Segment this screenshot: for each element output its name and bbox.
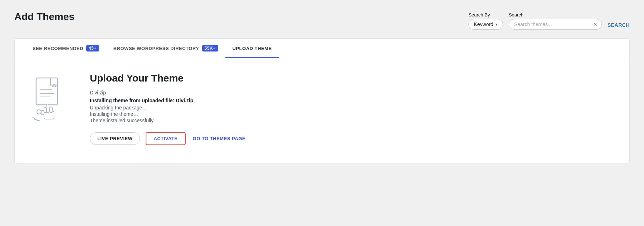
tab-upload-theme-label: UPLOAD THEME: [233, 46, 272, 51]
upload-illustration-svg: [29, 76, 68, 123]
page-wrapper: Add Themes Search By Keyword ▾ Search ✕ …: [0, 0, 644, 226]
search-area: Search By Keyword ▾ Search ✕ SEARCH: [468, 11, 630, 30]
tab-browse-wordpress[interactable]: BROWSE WORDPRESS DIRECTORY 55K+: [106, 39, 225, 58]
search-button[interactable]: SEARCH: [608, 14, 630, 28]
search-input[interactable]: [509, 19, 602, 30]
tab-upload-theme[interactable]: UPLOAD THEME: [225, 39, 279, 58]
svg-rect-9: [44, 108, 47, 113]
clear-icon[interactable]: ✕: [593, 21, 597, 27]
tab-see-recommended-badge: 45+: [86, 45, 99, 51]
upload-illustration: [29, 76, 72, 124]
chevron-down-icon: ▾: [496, 22, 498, 27]
goto-themes-button[interactable]: GO TO THEMES PAGE: [191, 133, 247, 144]
status-success: Theme installed successfully.: [90, 118, 615, 123]
search-by-select[interactable]: Keyword ▾: [468, 19, 503, 30]
tab-browse-wordpress-badge: 55K+: [202, 45, 218, 51]
search-input-wrapper: ✕: [509, 19, 602, 30]
search-by-label: Search By: [468, 12, 490, 18]
tab-see-recommended-label: SEE RECOMMENDED: [33, 46, 83, 51]
search-by-group: Search By Keyword ▾: [468, 12, 503, 30]
tabs-row: SEE RECOMMENDED 45+ BROWSE WORDPRESS DIR…: [15, 39, 629, 58]
status-unpacking: Unpacking the package…: [90, 105, 615, 110]
tab-browse-wordpress-label: BROWSE WORDPRESS DIRECTORY: [113, 46, 199, 51]
upload-title: Upload Your Theme: [90, 73, 615, 84]
main-card: SEE RECOMMENDED 45+ BROWSE WORDPRESS DIR…: [14, 38, 630, 163]
live-preview-button[interactable]: LIVE PREVIEW: [90, 132, 140, 145]
page-title: Add Themes: [14, 11, 74, 23]
actions-row: LIVE PREVIEW ACTIVATE GO TO THEMES PAGE: [90, 132, 615, 145]
svg-point-5: [37, 110, 41, 114]
upload-info: Upload Your Theme Divi.zip Installing th…: [90, 73, 615, 145]
svg-rect-0: [36, 78, 58, 105]
svg-rect-10: [41, 110, 44, 115]
status-installing: Installing the theme…: [90, 111, 615, 117]
tab-see-recommended[interactable]: SEE RECOMMENDED 45+: [25, 39, 106, 58]
search-by-value: Keyword: [474, 21, 493, 27]
installing-text: Installing theme from uploaded file: Div…: [90, 98, 615, 103]
search-input-group: Search ✕: [509, 12, 602, 30]
tab-content: Upload Your Theme Divi.zip Installing th…: [15, 58, 629, 163]
filename-text: Divi.zip: [90, 90, 615, 95]
activate-button[interactable]: ACTIVATE: [146, 132, 185, 145]
search-label: Search: [509, 12, 523, 18]
header-row: Add Themes Search By Keyword ▾ Search ✕ …: [14, 11, 630, 30]
svg-rect-8: [50, 107, 52, 113]
